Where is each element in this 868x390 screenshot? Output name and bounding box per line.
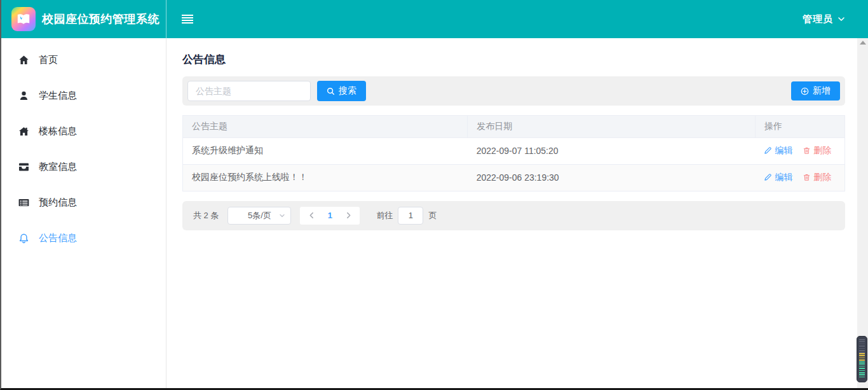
column-header-subject: 公告主题 [183, 116, 468, 137]
pager: 1 [300, 207, 360, 225]
cell-subject: 系统升级维护通知 [183, 137, 468, 164]
chevron-right-icon [345, 212, 352, 219]
menu-toggle-icon[interactable] [182, 15, 193, 24]
sidebar-item-label: 首页 [39, 54, 58, 66]
cell-date: 2022-09-07 11:05:20 [468, 137, 756, 164]
cell-actions: 编辑 删除 [755, 164, 844, 191]
top-header: 校园座位预约管理系统 管理员 [1, 0, 868, 38]
goto-label: 前往 [376, 210, 393, 221]
page-unit-label: 页 [428, 210, 437, 221]
delete-link[interactable]: 删除 [803, 172, 831, 183]
table-header-row: 公告主题 发布日期 操作 [183, 116, 844, 137]
chevron-down-icon [837, 15, 845, 23]
add-button-label: 新增 [813, 85, 831, 97]
search-button[interactable]: 搜索 [317, 81, 366, 101]
delete-link[interactable]: 删除 [803, 145, 831, 157]
cell-actions: 编辑 删除 [755, 137, 844, 164]
sidebar-item-buildings[interactable]: 楼栋信息 [1, 113, 166, 149]
pencil-icon [764, 146, 772, 155]
announcements-table: 公告主题 发布日期 操作 系统升级维护通知 2022-09-07 11:05:2… [182, 115, 845, 192]
widget-gray-bars [859, 339, 865, 353]
table-row: 校园座位预约系统上线啦！！ 2022-09-06 23:19:30 编辑 删除 [183, 164, 844, 191]
delete-label: 删除 [813, 145, 831, 157]
search-input[interactable] [187, 81, 311, 101]
brand-area: 校园座位预约管理系统 [1, 0, 166, 38]
search-panel: 搜索 新增 [182, 76, 845, 106]
building-icon [18, 125, 30, 137]
bell-icon [18, 232, 30, 244]
sidebar-item-label: 预约信息 [39, 197, 77, 209]
search-button-label: 搜索 [339, 85, 356, 97]
classroom-icon [18, 161, 30, 173]
user-menu[interactable]: 管理员 [803, 13, 845, 25]
goto-page-input[interactable] [398, 207, 423, 225]
cell-subject: 校园座位预约系统上线啦！！ [183, 164, 468, 191]
sidebar-item-home[interactable]: 首页 [1, 42, 166, 78]
scroll-up-arrow-icon[interactable] [860, 41, 866, 45]
circle-plus-icon [801, 87, 809, 95]
chevron-left-icon [308, 212, 315, 219]
app-title: 校园座位预约管理系统 [42, 11, 159, 27]
column-header-actions: 操作 [755, 116, 844, 137]
sidebar-nav: 首页 学生信息 楼栋信息 教室信息 预约信息 [1, 38, 166, 388]
trash-icon [803, 173, 811, 181]
widget-yellow-bars [859, 353, 865, 361]
user-name: 管理员 [803, 13, 833, 25]
trash-icon [803, 146, 811, 155]
pencil-icon [764, 173, 772, 181]
sidebar-item-classrooms[interactable]: 教室信息 [1, 149, 166, 185]
search-icon [327, 87, 335, 95]
page-size-select[interactable]: 5条/页 [227, 207, 291, 225]
sidebar-item-label: 学生信息 [39, 90, 77, 102]
pagination-bar: 共 2 条 5条/页 1 前往 页 [182, 201, 845, 230]
student-icon [18, 90, 30, 102]
home-icon [18, 54, 30, 66]
table-row: 系统升级维护通知 2022-09-07 11:05:20 编辑 删除 [183, 137, 844, 164]
total-count: 共 2 条 [193, 210, 219, 221]
sidebar-item-announcements[interactable]: 公告信息 [1, 220, 166, 256]
edit-link[interactable]: 编辑 [764, 145, 792, 157]
edit-label: 编辑 [775, 172, 792, 183]
sidebar-item-label: 公告信息 [39, 232, 77, 244]
cell-date: 2022-09-06 23:19:30 [468, 164, 756, 191]
sidebar-item-label: 教室信息 [39, 161, 77, 173]
sidebar-item-reservations[interactable]: 预约信息 [1, 185, 166, 220]
goto-page-group: 前往 页 [376, 207, 437, 225]
app-logo-icon [11, 7, 36, 31]
column-header-date: 发布日期 [468, 116, 756, 137]
edit-label: 编辑 [775, 145, 792, 157]
page-size-value: 5条/页 [248, 210, 271, 221]
main-content: 公告信息 搜索 新增 公告主题 发布日期 操作 [167, 38, 857, 388]
sidebar-item-label: 楼栋信息 [39, 125, 77, 137]
prev-page-button[interactable] [302, 207, 320, 225]
chevron-down-icon [279, 212, 285, 219]
page-number-1[interactable]: 1 [320, 211, 339, 220]
reservation-icon [18, 197, 30, 209]
edit-link[interactable]: 编辑 [764, 172, 792, 183]
sidebar-item-students[interactable]: 学生信息 [1, 78, 166, 113]
page-title: 公告信息 [182, 52, 845, 67]
app-window: 校园座位预约管理系统 管理员 首页 学生信息 楼栋信息 [0, 0, 868, 390]
next-page-button[interactable] [339, 207, 357, 225]
widget-green-bars [859, 361, 865, 379]
browser-extension-widget[interactable] [857, 336, 867, 382]
add-button[interactable]: 新增 [791, 81, 840, 101]
delete-label: 删除 [813, 172, 831, 183]
